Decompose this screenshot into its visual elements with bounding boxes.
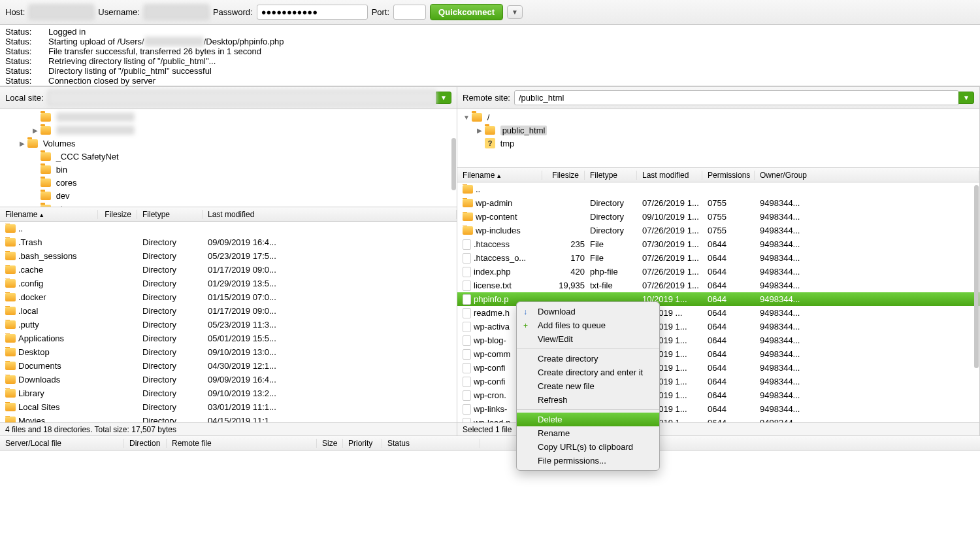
tree-item[interactable] bbox=[0, 111, 457, 124]
file-row[interactable]: wp-includesDirectory07/26/2019 1...07559… bbox=[457, 224, 979, 237]
folder-icon bbox=[5, 348, 16, 356]
tree-item[interactable]: ▶ Volumes bbox=[0, 137, 457, 150]
file-row[interactable]: .puttyDirectory05/23/2019 11:3... bbox=[0, 318, 457, 332]
file-row[interactable]: .htaccess235File07/30/2019 1...064494983… bbox=[457, 237, 979, 251]
local-tree[interactable]: ▶ ▶ Volumes _CCC SafetyNet bin cores dev… bbox=[0, 109, 457, 207]
file-row[interactable]: .htaccess_o...170File07/26/2019 1...0644… bbox=[457, 251, 979, 265]
tree-item[interactable]: ? tmp bbox=[457, 137, 979, 150]
host-input[interactable] bbox=[29, 5, 94, 20]
file-row[interactable]: .TrashDirectory09/09/2019 16:4... bbox=[0, 235, 457, 249]
col-server[interactable]: Server/Local file bbox=[0, 439, 124, 448]
context-menu-item[interactable]: ↓Download bbox=[517, 305, 659, 318]
file-row[interactable]: DownloadsDirectory09/09/2019 16:4... bbox=[0, 373, 457, 386]
col-modified[interactable]: Last modified bbox=[637, 171, 702, 180]
local-tree-scrollbar[interactable] bbox=[451, 138, 456, 190]
file-row[interactable]: DocumentsDirectory04/30/2019 12:1... bbox=[0, 359, 457, 373]
file-row[interactable]: Local SitesDirectory03/01/2019 11:1... bbox=[0, 400, 457, 414]
password-input[interactable] bbox=[257, 5, 368, 20]
file-modified: 05/23/2019 11:3... bbox=[205, 320, 375, 330]
disclosure-triangle[interactable]: ▶ bbox=[18, 140, 26, 147]
remote-tree[interactable]: ▼ /▶ public_html? tmp bbox=[457, 109, 979, 168]
folder-icon bbox=[5, 252, 16, 260]
col-filename[interactable]: Filename▲ bbox=[457, 171, 542, 180]
file-name: wp-includes bbox=[476, 226, 521, 235]
file-row[interactable]: .bash_sessionsDirectory05/23/2019 17:5..… bbox=[0, 249, 457, 263]
file-permissions: 0644 bbox=[705, 253, 757, 263]
col-filesize[interactable]: Filesize bbox=[542, 171, 585, 180]
col-filetype[interactable]: Filetype bbox=[585, 171, 637, 180]
tree-item[interactable]: ▶ bbox=[0, 124, 457, 137]
context-menu-item[interactable]: Refresh bbox=[517, 393, 659, 407]
tree-item[interactable]: dev bbox=[0, 189, 457, 202]
file-name: Library bbox=[18, 388, 44, 398]
port-input[interactable] bbox=[393, 5, 426, 20]
file-row[interactable]: LibraryDirectory09/10/2019 13:2... bbox=[0, 386, 457, 400]
username-input[interactable] bbox=[144, 5, 209, 20]
tree-item[interactable]: cores bbox=[0, 176, 457, 189]
file-row[interactable]: MoviesDirectory04/15/2019 11:1... bbox=[0, 414, 457, 422]
col-priority[interactable]: Priority bbox=[343, 439, 382, 448]
file-row[interactable]: .. bbox=[457, 182, 979, 196]
disclosure-triangle[interactable]: ▶ bbox=[476, 127, 483, 134]
tree-item[interactable]: bin bbox=[0, 163, 457, 176]
quickconnect-dropdown[interactable]: ▼ bbox=[507, 5, 523, 19]
col-permissions[interactable]: Permissions bbox=[702, 171, 755, 180]
context-menu-item[interactable]: Rename bbox=[517, 426, 659, 440]
file-icon bbox=[463, 294, 471, 305]
file-row[interactable]: .localDirectory01/17/2019 09:0... bbox=[0, 304, 457, 318]
file-row[interactable]: .cacheDirectory01/17/2019 09:0... bbox=[0, 263, 457, 277]
context-menu-item[interactable]: Create directory bbox=[517, 352, 659, 366]
quickconnect-button[interactable]: Quickconnect bbox=[430, 4, 503, 20]
local-path-input[interactable] bbox=[48, 90, 437, 105]
col-status[interactable]: Status bbox=[382, 439, 480, 448]
file-name: readme.h bbox=[474, 308, 510, 318]
file-row[interactable]: .configDirectory01/29/2019 13:5... bbox=[0, 277, 457, 290]
col-size[interactable]: Size bbox=[317, 439, 343, 448]
context-menu-item[interactable]: File permissions... bbox=[517, 454, 659, 468]
local-file-list[interactable]: ...TrashDirectory09/09/2019 16:4....bash… bbox=[0, 222, 457, 422]
col-remote-file[interactable]: Remote file bbox=[167, 439, 317, 448]
tree-item-label: cores bbox=[56, 178, 77, 188]
log-label: Status: bbox=[5, 67, 37, 77]
local-path-dropdown[interactable]: ▼ bbox=[436, 92, 451, 104]
context-menu-item[interactable]: Create directory and enter it bbox=[517, 366, 659, 379]
tree-item[interactable]: ▶ public_html bbox=[457, 124, 979, 137]
transfer-queue[interactable] bbox=[0, 451, 980, 496]
disclosure-triangle[interactable]: ▶ bbox=[31, 127, 39, 134]
disclosure-triangle[interactable]: ▼ bbox=[463, 114, 470, 121]
tree-item[interactable]: etc bbox=[0, 202, 457, 207]
file-owner: 9498344... bbox=[757, 349, 816, 359]
col-owner[interactable]: Owner/Group bbox=[755, 171, 979, 180]
file-row[interactable]: index.php420php-file07/26/2019 1...06449… bbox=[457, 265, 979, 279]
file-row[interactable]: license.txt19,935txt-file07/26/2019 1...… bbox=[457, 279, 979, 292]
tree-item[interactable]: ▼ / bbox=[457, 111, 979, 124]
remote-list-scrollbar[interactable] bbox=[974, 185, 979, 368]
file-row[interactable]: wp-contentDirectory09/10/2019 1...075594… bbox=[457, 210, 979, 224]
file-modified: 03/01/2019 11:1... bbox=[205, 402, 375, 412]
file-row[interactable]: .dockerDirectory01/15/2019 07:0... bbox=[0, 290, 457, 304]
col-filename[interactable]: Filename▲ bbox=[0, 210, 98, 219]
file-modified: 07/26/2019 1... bbox=[640, 267, 705, 277]
file-row[interactable]: .. bbox=[0, 222, 457, 235]
folder-icon bbox=[5, 224, 16, 233]
context-menu-item[interactable]: +Add files to queue bbox=[517, 318, 659, 332]
file-row[interactable]: wp-adminDirectory07/26/2019 1...07559498… bbox=[457, 196, 979, 210]
file-icon bbox=[463, 404, 471, 415]
col-filetype[interactable]: Filetype bbox=[137, 210, 203, 219]
context-menu-item[interactable]: Delete bbox=[517, 413, 659, 426]
col-filesize[interactable]: Filesize bbox=[98, 210, 137, 219]
remote-path-input[interactable] bbox=[514, 90, 959, 105]
file-modified: 09/10/2019 13:0... bbox=[205, 347, 375, 357]
context-menu-item[interactable]: Create new file bbox=[517, 379, 659, 393]
col-direction[interactable]: Direction bbox=[124, 439, 167, 448]
message-log[interactable]: Status:Logged inStatus:Starting upload o… bbox=[0, 25, 980, 86]
remote-path-dropdown[interactable]: ▼ bbox=[958, 92, 974, 104]
context-menu-item[interactable]: View/Edit bbox=[517, 332, 659, 346]
col-modified[interactable]: Last modified bbox=[203, 210, 457, 219]
context-menu-item[interactable]: Copy URL(s) to clipboard bbox=[517, 440, 659, 454]
file-row[interactable]: DesktopDirectory09/10/2019 13:0... bbox=[0, 345, 457, 359]
file-name: .. bbox=[476, 184, 480, 194]
file-row[interactable]: ApplicationsDirectory05/01/2019 15:5... bbox=[0, 332, 457, 345]
file-name: wp-content bbox=[476, 212, 517, 222]
tree-item[interactable]: _CCC SafetyNet bbox=[0, 150, 457, 163]
